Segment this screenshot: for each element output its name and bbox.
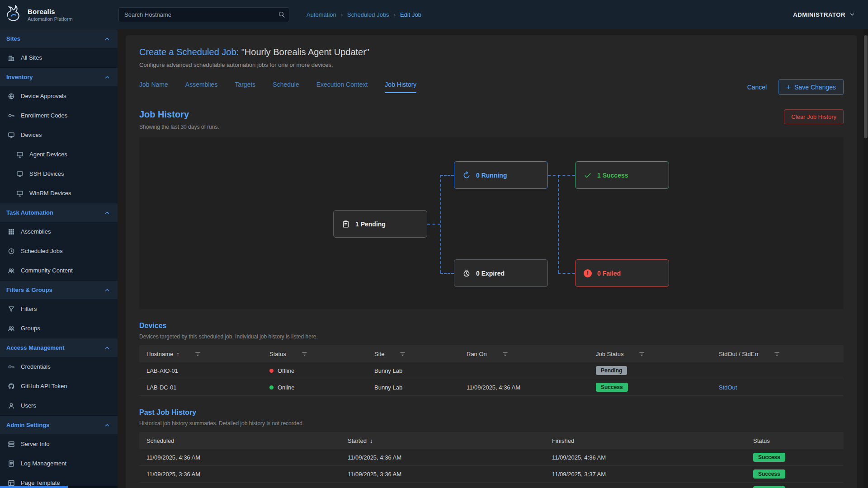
sidebar-item-scheduled-jobs[interactable]: Scheduled Jobs [0,241,118,261]
sidebar-item-groups[interactable]: Groups [0,319,118,338]
sidebar-section-admin-settings[interactable]: Admin Settings [0,415,118,434]
table-row[interactable]: 11/09/2025, 2:36 AM 11/09/2025, 2:36 AM … [139,483,844,488]
plus-icon: + [786,83,791,91]
cell-status: Success [753,469,836,479]
log-icon [8,460,15,467]
table-row[interactable]: LAB-AIO-01 Offline Bunny Lab Pending [139,362,844,379]
sidebar-section-filters-groups[interactable]: Filters & Groups [0,280,118,299]
devices-col-job-status[interactable]: Job Status [596,351,719,357]
flow-node-success[interactable]: 1 Success [575,161,669,189]
breadcrumb-automation[interactable]: Automation [307,11,336,18]
filter-icon[interactable] [194,351,201,357]
devices-col-stdout[interactable]: StdOut / StdErr [719,351,836,357]
sidebar-section-inventory[interactable]: Inventory [0,67,118,86]
page-title-job-name: "Hourly Borealis Agent Updater" [241,47,369,57]
table-row[interactable]: LAB-DC-01 Online Bunny Lab 11/09/2025, 4… [139,379,844,396]
clipboard-icon [342,220,350,228]
devices-col-ran-on[interactable]: Ran On [467,351,596,357]
cell-hostname: LAB-DC-01 [146,384,269,391]
devices-col-status[interactable]: Status [269,351,374,357]
tab-job-name[interactable]: Job Name [139,81,168,93]
clock-icon [462,269,471,277]
tab-schedule[interactable]: Schedule [273,81,299,93]
chevron-up-icon [104,422,110,428]
search-input[interactable] [118,7,289,22]
past-table-header: Scheduled Started ↓ Finished Status [139,432,844,449]
past-col-scheduled[interactable]: Scheduled [146,437,348,444]
brand-text: Borealis Automation Platform [28,8,73,22]
tab-assemblies[interactable]: Assemblies [185,81,218,93]
sidebar-section-access-management[interactable]: Access Management [0,338,118,357]
breadcrumb-scheduled-jobs[interactable]: Scheduled Jobs [347,11,389,18]
brand: Borealis Automation Platform [0,5,118,24]
stdout-link[interactable]: StdOut [719,384,737,391]
flow-node-running[interactable]: 0 Running [454,161,548,189]
sidebar-item-ssh-devices[interactable]: SSH Devices [0,164,118,183]
sort-desc-icon: ↓ [370,437,373,444]
sidebar-item-device-approvals[interactable]: Device Approvals [0,86,118,106]
cancel-button[interactable]: Cancel [747,84,767,91]
table-row[interactable]: 11/09/2025, 4:36 AM 11/09/2025, 4:36 AM … [139,449,844,466]
tab-execution-context[interactable]: Execution Context [316,81,368,93]
sort-asc-icon: ↑ [176,351,179,357]
status-badge: Pending [596,366,627,375]
page-subtitle: Configure advanced schedulable automatio… [139,61,844,68]
cell-ran-on: 11/09/2025, 4:36 AM [467,384,596,391]
cell-status: Offline [269,367,374,374]
search-box [118,7,289,22]
user-menu[interactable]: ADMINISTRATOR [793,11,855,18]
sidebar-item-winrm-devices[interactable]: WinRM Devices [0,183,118,203]
sidebar-item-all-sites[interactable]: All Sites [0,48,118,67]
table-row[interactable]: 11/09/2025, 3:36 AM 11/09/2025, 3:36 AM … [139,466,844,483]
filter-icon[interactable] [638,351,645,357]
sidebar-item-credentials[interactable]: Credentials [0,357,118,376]
sidebar-item-community-content[interactable]: Community Content [0,261,118,280]
alert-icon: ! [584,269,592,277]
past-col-started[interactable]: Started ↓ [348,437,552,444]
sidebar-item-devices[interactable]: Devices [0,125,118,145]
sidebar-item-github-api-token[interactable]: GitHub API Token [0,376,118,396]
save-changes-button[interactable]: + Save Changes [778,79,844,95]
sidebar-horizontal-scrollbar[interactable] [0,486,118,488]
scrollbar-thumb[interactable] [864,35,868,138]
past-job-history-heading: Past Job History [139,408,844,417]
sidebar-item-users[interactable]: Users [0,396,118,415]
sidebar-item-assemblies[interactable]: Assemblies [0,222,118,241]
scrollbar-thumb[interactable] [0,486,68,488]
status-badge: Success [753,469,785,479]
main-vertical-scrollbar[interactable] [863,29,868,488]
sidebar-item-agent-devices[interactable]: Agent Devices [0,145,118,164]
devices-col-site[interactable]: Site [374,351,467,357]
filter-icon[interactable] [399,351,406,357]
chevron-up-icon [104,345,110,351]
tabs-row: Job Name Assemblies Targets Schedule Exe… [139,79,844,95]
filter-icon[interactable] [502,351,509,357]
sidebar-item-enrollment-codes[interactable]: Enrollment Codes [0,106,118,125]
people-icon [8,325,15,332]
server-icon [8,441,15,448]
sidebar-section-sites[interactable]: Sites [0,29,118,48]
sidebar-item-server-info[interactable]: Server Info [0,434,118,454]
filter-icon[interactable] [774,351,780,357]
past-job-history-subheading: Historical job history summaries. Detail… [139,420,844,427]
chevron-up-icon [104,36,110,42]
cell-finished: 11/09/2025, 4:36 AM [552,454,753,461]
past-col-finished[interactable]: Finished [552,437,753,444]
key-icon [8,363,15,371]
flow-node-pending[interactable]: 1 Pending [333,210,427,238]
filter-icon[interactable] [301,351,308,357]
devices-col-hostname[interactable]: Hostname ↑ [146,351,269,357]
tab-job-history[interactable]: Job History [385,81,416,93]
flow-node-failed[interactable]: ! 0 Failed [575,259,669,287]
sidebar-item-filters[interactable]: Filters [0,299,118,319]
sidebar-section-task-automation[interactable]: Task Automation [0,203,118,222]
past-col-status[interactable]: Status [753,437,836,444]
breadcrumb-separator: › [394,11,396,18]
tab-targets[interactable]: Targets [235,81,255,93]
flow-node-expired[interactable]: 0 Expired [454,259,548,287]
clear-job-history-button[interactable]: Clear Job History [784,109,844,124]
sidebar-item-log-management[interactable]: Log Management [0,454,118,473]
cell-scheduled: 11/09/2025, 3:36 AM [146,471,348,478]
devices-subheading: Devices targeted by this scheduled job. … [139,333,844,340]
status-badge: Success [753,453,785,462]
